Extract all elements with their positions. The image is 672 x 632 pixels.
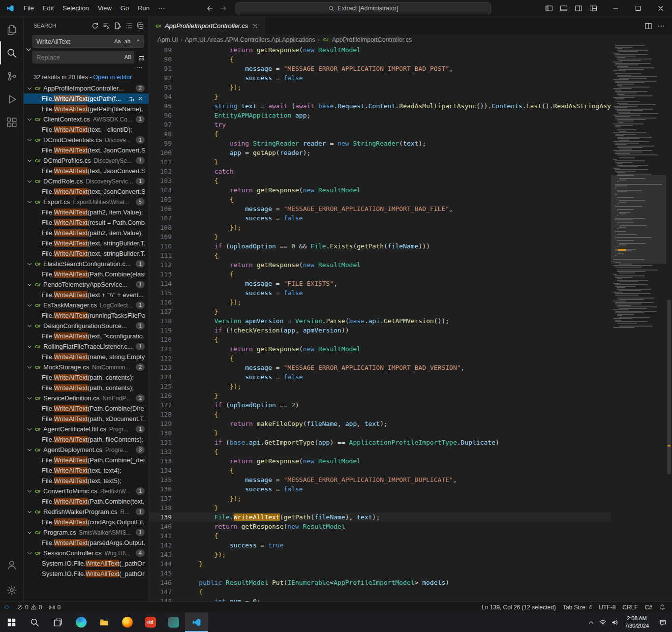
activity-account[interactable] [0,553,23,576]
indentation[interactable]: Tab Size: 4 [559,602,595,612]
activity-run-debug[interactable] [0,88,23,111]
refresh-icon[interactable] [90,20,100,31]
file-result-row[interactable]: C#RedfishWalkerProgram.csR...1 [24,507,149,517]
code-line[interactable]: 108 }); [149,223,611,232]
problems-status[interactable]: 0 0 [13,602,45,612]
chevron-down-icon[interactable] [26,178,33,185]
taskbar-edge-icon[interactable] [69,612,92,632]
search-match-row[interactable]: File.WriteAllText(text, JsonConvert.S... [24,145,149,155]
chevron-down-icon[interactable] [26,529,33,536]
taskbar-task-view-icon[interactable] [46,612,69,632]
file-result-row[interactable]: C#RollingFlatFileTraceListener.c...1 [24,341,149,352]
search-match-row[interactable]: File.WriteAllText(text, stringBuilder.T.… [24,248,149,259]
file-result-row[interactable]: C#DesignConfigurationSource...1 [24,321,149,331]
chevron-down-icon[interactable] [26,323,33,330]
taskbar-taskbar-search-icon[interactable] [23,612,46,632]
file-result-row[interactable]: C#PendoTelemetryAppService...1 [24,279,149,290]
code-line[interactable]: 118 Version apmVersion = Version.Parse(b… [149,316,611,326]
list-tree-icon[interactable] [123,20,134,31]
code-line[interactable]: 103 { [149,176,611,185]
code-line[interactable]: 97 try [149,120,611,129]
file-result-row[interactable]: C#EsTaskManager.csLogCollect...1 [24,300,149,310]
code-editor[interactable]: 89 return getResponse(new ResultModel90 … [149,45,611,602]
chevron-down-icon[interactable] [26,281,33,288]
code-line[interactable]: 141 { [149,531,611,541]
code-line[interactable]: 92 success = false [149,73,611,83]
ports-status[interactable]: 0 [45,602,64,612]
code-line[interactable]: 136 success = false [149,484,611,494]
code-line[interactable]: 133 return getResponse(new ResultModel [149,456,611,466]
search-match-row[interactable]: File.WriteAllText(getPath(fileName), ... [24,104,149,114]
code-line[interactable]: 146 public ResultModel Put(IEnumerable<A… [149,578,611,587]
taskbar-windows-icon[interactable] [0,612,23,632]
taskbar-firefox-icon[interactable] [116,612,139,632]
file-result-row[interactable]: C#AgentCertificateUtil.csProgr...1 [24,424,149,434]
code-line[interactable]: 101 } [149,157,611,167]
layout-secondary-icon[interactable] [572,1,585,15]
file-result-row[interactable]: C#ServiceDefinition.csNmEndP...2 [24,393,149,403]
search-match-row[interactable]: File.WriteAllText(text, text5); [24,476,149,486]
new-search-editor-icon[interactable] [112,20,123,31]
search-match-row[interactable]: File.WriteAllText(cmdArgs.OutputFil... [24,517,149,527]
code-line[interactable]: 127 if (uploadOption == 2) [149,400,611,410]
file-result-row[interactable]: C#AppProfileImportController...2 [24,83,149,93]
code-line[interactable]: 102 catch [149,167,611,176]
activity-extensions[interactable] [0,111,23,134]
search-match-row[interactable]: File.WriteAllText(path, fileContents); [24,434,149,445]
chevron-down-icon[interactable] [26,364,33,371]
search-match-row[interactable]: File.WriteAllText(text, stringBuilder.T.… [24,238,149,248]
search-match-row[interactable]: File.WriteAllText(text + "\\" + event... [24,290,149,300]
code-line[interactable]: 94 } [149,92,611,101]
code-line[interactable]: 148 int num = 0; [149,597,611,602]
remote-indicator[interactable] [0,602,13,612]
whole-word-icon[interactable]: ab [122,36,132,46]
chevron-down-icon[interactable] [26,137,33,144]
chevron-down-icon[interactable] [26,157,33,164]
tray-chevron-up-icon[interactable] [585,612,597,632]
file-result-row[interactable]: C#DCmdProfiles.csDiscoverySe...1 [24,155,149,166]
regex-icon[interactable]: .* [132,36,142,46]
code-line[interactable]: 122 { [149,354,611,363]
code-line[interactable]: 100 app = getApp(reader); [149,148,611,157]
code-line[interactable]: 123 message = "MESSAGE_ERROR_APPLICATION… [149,363,611,372]
collapse-all-icon[interactable] [135,20,146,31]
code-line[interactable]: 121 return getResponse(new ResultModel [149,344,611,354]
code-line[interactable]: 134 { [149,466,611,475]
forward-icon[interactable] [217,2,229,14]
search-match-row[interactable]: File.WriteAllText(text, JsonConvert.S... [24,186,149,197]
volume-icon[interactable] [609,612,620,632]
code-line[interactable]: 110 if (uploadOption == 0 && File.Exists… [149,241,611,251]
code-line[interactable]: 89 return getResponse(new ResultModel [149,45,611,55]
more-actions-icon[interactable] [655,20,667,32]
taskbar-file-explorer-icon[interactable] [92,612,116,632]
code-line[interactable]: 115 success = false [149,288,611,298]
editor-scrollbar[interactable] [666,45,672,602]
code-line[interactable]: 99 using StringReader reader = new Strin… [149,139,611,148]
split-editor-icon[interactable] [642,20,654,32]
search-match-row[interactable]: File.WriteAllText(Path.Combine(elast... [24,269,149,279]
code-line[interactable]: 145 [149,569,611,578]
code-line[interactable]: 131 if (base.api.GetImportType(app) == A… [149,438,611,447]
search-match-row[interactable]: File.WriteAllText(Path.Combine(text, ... [24,496,149,507]
code-line[interactable]: 138 } [149,503,611,512]
taskbar-vscode-icon[interactable] [185,612,208,632]
search-match-row[interactable]: File.WriteAllText(path, contents); [24,372,149,383]
preserve-case-icon[interactable]: AB [123,52,133,62]
code-line[interactable]: 96 EntityAPMApplication app; [149,111,611,120]
activity-search[interactable] [0,41,23,64]
search-match-row[interactable]: File.WriteAllText(Path.Combine(_des... [24,455,149,465]
menu-selection[interactable]: Selection [58,0,93,17]
maximize-button[interactable] [627,0,649,17]
menu-file[interactable]: File [19,0,38,17]
chevron-down-icon[interactable] [26,447,33,453]
code-line[interactable]: 106 message = "MESSAGE_ERROR_APPLICATION… [149,204,611,213]
code-line[interactable]: 117 } [149,307,611,316]
activity-settings[interactable] [0,578,23,602]
code-line[interactable]: 144 } [149,559,611,569]
clear-all-icon[interactable] [101,20,112,31]
code-line[interactable]: 142 success = true [149,541,611,550]
replace-all-icon[interactable] [136,52,147,62]
notifications-bell[interactable] [656,602,669,612]
code-line[interactable]: 112 return getResponse(new ResultModel [149,260,611,270]
minimap[interactable] [611,45,666,602]
